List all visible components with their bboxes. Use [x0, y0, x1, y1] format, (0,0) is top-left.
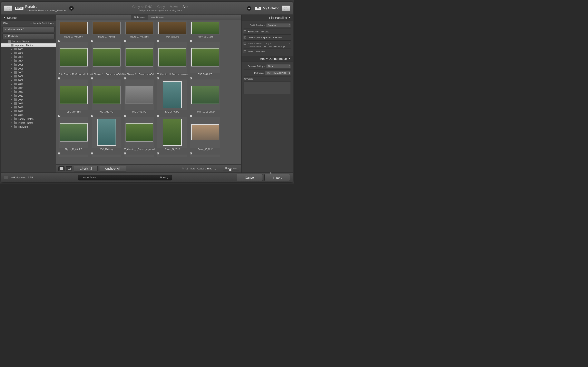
thumbnail-cell[interactable]: ✓00_Chapter_1_Opener_larger.psd [123, 114, 156, 152]
thumbnail-checkbox[interactable]: ✓ [58, 115, 61, 117]
thumbnail-image[interactable] [191, 124, 219, 140]
triangle-right-icon[interactable]: ▶ [11, 64, 13, 66]
destination-name[interactable]: My Catalog [263, 7, 279, 10]
thumbnail-frame[interactable] [190, 80, 220, 110]
triangle-right-icon[interactable]: ▶ [11, 106, 13, 108]
triangle-right-icon[interactable]: ▶ [11, 87, 13, 89]
import-preset-select[interactable]: Import Preset : None ▴▾ [78, 175, 172, 180]
thumbnail-cell[interactable]: Figure_03_02-Edit.tif [57, 21, 90, 39]
thumbnail-checkbox[interactable]: ✓ [58, 40, 61, 42]
triangle-right-icon[interactable]: ▶ [11, 83, 13, 85]
thumbnail-checkbox[interactable]: ✓ [58, 77, 61, 80]
sort-value[interactable]: Capture Time [198, 167, 212, 170]
thumbnail-image[interactable] [158, 22, 186, 34]
folder-row[interactable]: ▽Portable Photos [1, 40, 56, 43]
thumbnail-cell[interactable]: Figure_03_02.dng [90, 21, 123, 39]
thumbnail-grid[interactable]: Figure_03_02-Edit.tifFigure_03_02.dngFig… [56, 20, 241, 164]
triangle-right-icon[interactable]: ▶ [11, 122, 13, 124]
folder-row[interactable]: ▶TrailCam [1, 125, 56, 129]
apply-during-import-header[interactable]: Apply During Import ▼ [242, 56, 293, 62]
folder-row[interactable]: ▶2009 [1, 78, 56, 82]
folder-row[interactable]: ▶2014 [1, 98, 56, 101]
thumbnail-frame[interactable] [125, 21, 154, 35]
tab-all-photos[interactable]: All Photos [131, 15, 148, 20]
thumbnail-cell[interactable]: ✓Figure_06_16.tif [189, 114, 222, 152]
mode-move[interactable]: Move [170, 5, 178, 8]
add-to-collection-checkbox[interactable] [243, 50, 246, 53]
thumbnail-image[interactable] [163, 81, 182, 108]
check-all-button[interactable]: Check All [74, 166, 98, 171]
folder-row[interactable]: ▶2017 [1, 109, 56, 113]
thumbnail-frame[interactable] [59, 155, 88, 157]
thumbnail-cell[interactable]: ✓ [189, 152, 222, 157]
folder-row[interactable]: ▶Preset Photos [1, 121, 56, 125]
thumbnail-frame[interactable] [92, 21, 121, 35]
thumbnail-cell[interactable]: ✓0_0_Chapter_11_Opener_old.tif [57, 39, 90, 77]
file-handling-header[interactable]: File Handling ▼ [242, 15, 293, 21]
thumbnail-frame[interactable] [157, 21, 187, 35]
folder-row[interactable]: ▶2001 [1, 47, 56, 51]
thumbnail-frame[interactable] [125, 117, 154, 148]
mode-copy-dng[interactable]: Copy as DNG [132, 5, 153, 8]
source-path[interactable]: …/ Portable Photos / Imported_Photos + [25, 9, 66, 12]
thumbnail-checkbox[interactable]: ✓ [124, 115, 126, 117]
triangle-right-icon[interactable]: ▶ [11, 75, 13, 77]
thumbnail-frame[interactable] [157, 155, 187, 157]
thumbnail-checkbox[interactable]: ✓ [157, 77, 159, 80]
folder-row[interactable]: ▶2005 [1, 63, 56, 67]
thumbnail-image[interactable] [97, 119, 116, 146]
thumbnail-checkbox[interactable]: ✓ [91, 152, 93, 155]
thumbnail-frame[interactable] [190, 117, 220, 148]
thumbnail-cell[interactable]: ✓Figure_11_08.JPG [57, 114, 90, 152]
folder-row[interactable]: ▶2015 [1, 101, 56, 105]
thumbnail-cell[interactable]: ✓00_Chapter_11_Opener_new-Edit.tif [123, 39, 156, 77]
triangle-right-icon[interactable]: ▶ [11, 79, 13, 81]
thumbnail-checkbox[interactable]: ✓ [190, 40, 192, 42]
triangle-right-icon[interactable]: ▶ [11, 114, 13, 116]
triangle-right-icon[interactable]: ▶ [11, 48, 13, 50]
thumbnail-image[interactable] [60, 86, 87, 104]
thumbnail-checkbox[interactable]: ✓ [124, 77, 126, 80]
thumbnail-cell[interactable]: ✓DSC_7655.dng [57, 77, 90, 114]
thumbnail-frame[interactable] [125, 80, 154, 110]
thumbnail-image[interactable] [60, 123, 87, 142]
thumbnail-frame[interactable] [92, 117, 121, 148]
thumbnail-cell[interactable]: Figure_03_02-2.dng [123, 21, 156, 39]
develop-settings-select[interactable]: None ▴▾ [266, 64, 291, 68]
chevron-updown-icon[interactable]: ▴▾ [215, 166, 216, 171]
folder-row[interactable]: ▶2006 [1, 67, 56, 71]
thumbnail-cell[interactable]: ✓IMG_1839.JPG [156, 77, 189, 114]
thumbnail-image[interactable] [126, 48, 153, 67]
triangle-right-icon[interactable]: ▶ [11, 56, 13, 58]
thumbnail-cell[interactable]: ✓IMG_1840.JPG [90, 77, 123, 114]
thumbnail-cell[interactable]: ✓00_Chapter_11_Opener_new-Edit-2.tif [90, 39, 123, 77]
thumbnail-checkbox[interactable]: ✓ [91, 40, 93, 42]
thumbnail-cell[interactable]: ✓ [90, 152, 123, 157]
thumbnail-checkbox[interactable]: ✓ [190, 152, 192, 155]
dont-import-dupes-checkbox[interactable]: ✓ [243, 36, 246, 39]
thumbnail-cell[interactable]: ✓ [123, 152, 156, 157]
thumbnail-frame[interactable] [190, 155, 220, 157]
thumbnail-checkbox[interactable]: ✓ [91, 77, 93, 80]
triangle-right-icon[interactable]: ▶ [11, 68, 13, 69]
thumbnail-frame[interactable] [125, 155, 154, 157]
thumbnail-cell[interactable]: ✓00_Chapter_11_Opener_new.dng [156, 39, 189, 77]
thumbnail-cell[interactable]: ✓DSC_7743.dng [90, 114, 123, 152]
folder-row[interactable]: ▶2002 [1, 51, 56, 55]
thumbnail-image[interactable] [126, 123, 153, 142]
folder-row[interactable]: ▶2012 [1, 90, 56, 94]
thumbnail-frame[interactable] [190, 21, 220, 35]
triangle-right-icon[interactable]: ▶ [11, 91, 13, 93]
folder-row[interactable]: ▶2010 [1, 82, 56, 86]
folder-row[interactable]: ▶2011 [1, 86, 56, 90]
thumbnail-checkbox[interactable]: ✓ [124, 152, 126, 155]
grid-view-button[interactable] [58, 166, 65, 171]
thumbnail-frame[interactable] [92, 80, 121, 110]
thumbnail-checkbox[interactable]: ✓ [157, 40, 159, 42]
thumbnail-cell[interactable]: ✓ [57, 152, 90, 157]
thumbnail-image[interactable] [191, 86, 219, 104]
thumbnail-image[interactable] [93, 86, 121, 104]
thumbnail-image[interactable] [163, 119, 182, 146]
tab-new-photos[interactable]: New Photos [148, 15, 167, 20]
folder-row[interactable]: ▶2018 [1, 113, 56, 117]
